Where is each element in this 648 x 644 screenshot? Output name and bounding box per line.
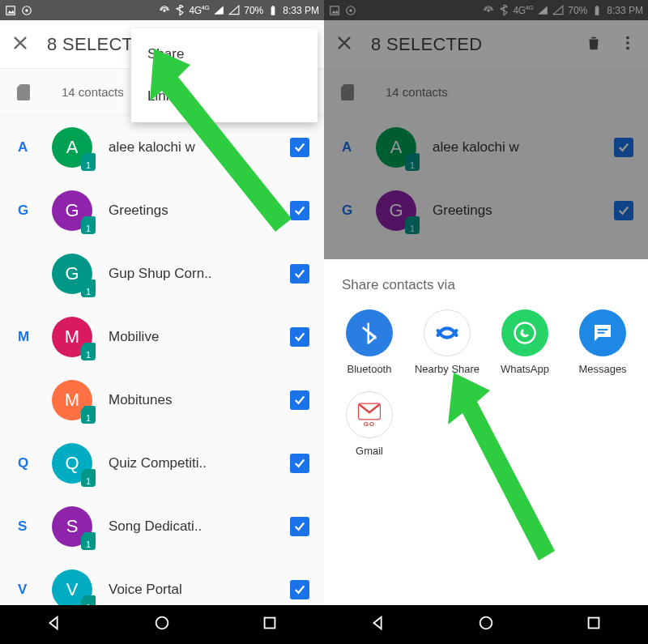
svg-rect-12 — [265, 618, 275, 629]
sim-badge: 1 — [81, 406, 96, 424]
nav-recent[interactable] — [261, 614, 279, 635]
clock-label: 8:33 PM — [283, 5, 319, 16]
contact-name: Gup Shup Corn.. — [109, 266, 290, 282]
contact-name: Mobitunes — [109, 392, 290, 408]
screen-right: 4G4G 70% 8:33 PM 8 SELECTED 14 contacts … — [324, 0, 648, 644]
checkbox[interactable] — [290, 454, 309, 473]
annotation-arrow — [130, 41, 300, 243]
contact-name: Quiz Competiti.. — [109, 455, 290, 471]
battery-label: 70% — [244, 5, 263, 16]
svg-rect-7 — [271, 6, 275, 15]
share-messages[interactable]: Messages — [564, 305, 642, 386]
nav-back[interactable] — [45, 614, 63, 635]
signal-icon — [213, 5, 224, 16]
network-label: 4G — [190, 5, 202, 16]
section-letter: Q — [18, 455, 52, 471]
contact-name: Mobilive — [109, 329, 290, 345]
sim-badge: 1 — [81, 532, 96, 550]
share-gmail[interactable]: GO Gmail — [330, 386, 408, 468]
nav-bar — [324, 605, 648, 644]
contact-row[interactable]: G1 Gup Shup Corn.. — [0, 242, 324, 305]
contact-row[interactable]: Q Q1 Quiz Competiti.. — [0, 432, 324, 495]
annotation-arrow — [425, 365, 563, 575]
svg-rect-27 — [598, 332, 605, 334]
checkbox[interactable] — [290, 264, 309, 284]
avatar: A1 — [52, 127, 92, 168]
section-letter: G — [18, 203, 52, 219]
svg-point-25 — [515, 323, 535, 343]
screen-left: 4G4G 70% 8:33 PM 8 SELECTED 14 contacts … — [0, 0, 324, 644]
signal-icon-2 — [228, 5, 240, 16]
section-letter: V — [18, 582, 52, 598]
svg-point-11 — [156, 617, 168, 629]
share-sheet-title: Share contacts via — [324, 261, 648, 305]
svg-marker-5 — [214, 6, 224, 15]
avatar: G1 — [52, 190, 92, 231]
bluetooth-icon — [346, 309, 393, 356]
contact-row[interactable]: M M1 Mobilive — [0, 305, 324, 369]
messages-icon — [579, 309, 626, 356]
svg-point-31 — [480, 617, 492, 629]
checkbox[interactable] — [290, 580, 309, 599]
checkbox[interactable] — [290, 327, 309, 347]
sim-badge: 1 — [81, 469, 96, 487]
contact-row[interactable]: S S1 Song Dedicati.. — [0, 495, 324, 558]
svg-rect-32 — [589, 618, 599, 629]
sim-badge: 1 — [81, 343, 96, 360]
nav-home[interactable] — [153, 614, 171, 635]
share-scrim[interactable] — [324, 0, 648, 259]
gmail-icon: GO — [346, 391, 393, 438]
svg-marker-6 — [229, 6, 239, 15]
svg-marker-9 — [150, 49, 292, 232]
avatar: G1 — [52, 254, 92, 294]
share-label: Bluetooth — [347, 363, 392, 375]
share-bluetooth[interactable]: Bluetooth — [330, 305, 408, 386]
battery-icon — [267, 5, 279, 16]
contact-name: Song Dedicati.. — [109, 518, 290, 535]
avatar: Q1 — [52, 443, 92, 484]
share-label: Messages — [578, 363, 626, 375]
svg-rect-26 — [598, 329, 608, 331]
svg-rect-8 — [272, 6, 274, 6]
section-letter: S — [18, 518, 52, 535]
close-button[interactable] — [11, 34, 29, 55]
hotspot-icon — [159, 5, 170, 16]
share-label: Gmail — [356, 445, 383, 457]
svg-marker-30 — [373, 617, 381, 629]
bluetooth-icon — [174, 5, 185, 16]
circle-dot-icon — [21, 5, 32, 16]
nav-recent[interactable] — [585, 614, 603, 635]
nav-bar — [0, 605, 324, 644]
nav-back[interactable] — [369, 614, 387, 635]
contact-name: Voice Portal — [109, 582, 290, 598]
sim-icon — [15, 83, 34, 102]
avatar: V1 — [52, 569, 92, 610]
nav-home[interactable] — [477, 614, 495, 635]
contact-row[interactable]: M1 Mobitunes — [0, 369, 324, 432]
picture-icon — [5, 5, 16, 16]
section-letter: M — [18, 329, 52, 345]
status-bar: 4G4G 70% 8:33 PM — [0, 0, 324, 20]
checkbox[interactable] — [290, 517, 309, 536]
sim-badge: 1 — [81, 279, 96, 297]
avatar: M1 — [52, 317, 92, 357]
svg-marker-10 — [49, 617, 57, 629]
whatsapp-icon — [501, 309, 548, 356]
svg-marker-1 — [8, 10, 15, 13]
nearby-share-icon — [424, 309, 471, 356]
avatar: S1 — [52, 506, 92, 547]
svg-point-4 — [163, 9, 166, 12]
avatar: M1 — [52, 380, 92, 420]
section-letter: A — [18, 139, 52, 156]
checkbox[interactable] — [290, 390, 309, 410]
svg-marker-29 — [448, 373, 555, 561]
svg-point-3 — [25, 9, 28, 12]
sim-badge: 1 — [81, 216, 96, 234]
contacts-count-label: 14 contacts — [62, 85, 124, 99]
sim-badge: 1 — [81, 153, 96, 171]
svg-rect-0 — [6, 6, 15, 15]
